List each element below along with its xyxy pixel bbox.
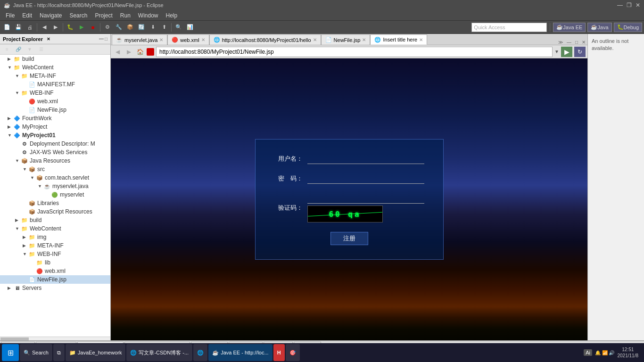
tool-7[interactable]: 🔍	[173, 22, 184, 33]
minimize-panel-button[interactable]: —	[99, 36, 104, 41]
tab-close-newfile[interactable]: ✕	[362, 37, 366, 42]
submit-button[interactable]: 注册	[330, 232, 368, 245]
csdn-button[interactable]: 🌐 写文章-CSDN博客 -...	[126, 344, 192, 361]
forward-nav-button[interactable]: ▶	[124, 47, 133, 57]
tree-item-deployment[interactable]: ⚙ Deployment Descriptor: M	[0, 140, 110, 148]
search-taskbar-button[interactable]: 🔍 Search	[20, 344, 52, 361]
tree-item-meta-inf2[interactable]: ▶ 📁 META-INF	[0, 241, 110, 250]
home-nav-button[interactable]: 🏠	[135, 47, 145, 57]
tree-item-web-inf1[interactable]: ▼ 📁 WEB-INF	[0, 89, 110, 97]
tree-item-newfile2[interactable]: 📄 NewFile.jsp	[0, 275, 110, 284]
back-button[interactable]: ◀	[39, 22, 50, 33]
collapse-all-button[interactable]: ≡	[2, 44, 12, 55]
go-button[interactable]: ▶	[561, 47, 572, 57]
tree-item-meta-inf[interactable]: ▼ 📁 META-INF	[0, 72, 110, 80]
print-button[interactable]: 🖨	[25, 22, 35, 33]
tool-3[interactable]: 📦	[125, 22, 135, 33]
tree-item-src[interactable]: ▼ 📦 src	[0, 165, 110, 173]
quick-access-box[interactable]: Quick Access	[471, 23, 547, 32]
tab-close-hello[interactable]: ✕	[313, 37, 317, 42]
tree-item-jax-ws[interactable]: ⚙ JAX-WS Web Services	[0, 148, 110, 156]
tool-2[interactable]: 🔧	[114, 22, 124, 33]
tree-item-com-teach[interactable]: ▼ 📦 com.teach.servlet	[0, 173, 110, 182]
forward-button[interactable]: ▶	[50, 22, 61, 33]
tool-8[interactable]: 📊	[185, 22, 195, 33]
tree-item-webxml2[interactable]: 🔴 web.xml	[0, 267, 110, 275]
stop-loading-button[interactable]	[147, 48, 154, 56]
app-extra-button[interactable]: 🎯	[286, 344, 300, 361]
tree-item-myproject01[interactable]: ▼ 🔷 MyProject01	[0, 131, 110, 140]
editor-panel-max[interactable]: □	[573, 40, 580, 45]
captcha-image[interactable]: 60 qa	[307, 206, 383, 222]
username-input[interactable]	[307, 154, 424, 164]
maximize-panel-button[interactable]: □	[105, 36, 107, 41]
tree-item-web-inf2[interactable]: ▼ 📁 WEB-INF	[0, 250, 110, 258]
tree-item-build2[interactable]: ▶ 📁 build	[0, 216, 110, 224]
run-button[interactable]: ▶	[76, 22, 87, 33]
menu-search[interactable]: Search	[66, 11, 91, 20]
menu-project[interactable]: Project	[91, 11, 116, 20]
tree-item-myproject[interactable]: ▶ 🔷 MyProject	[0, 123, 110, 131]
tool-5[interactable]: ⬇	[148, 22, 158, 33]
scrollbar-thumb[interactable]	[0, 337, 29, 340]
tree-item-img[interactable]: ▶ 📁 img	[0, 233, 110, 241]
tabs-overflow-button[interactable]: ≫	[556, 40, 565, 45]
tab-hello[interactable]: 🌐 http://localhost:8080/MyProject01/hell…	[209, 34, 321, 45]
tab-insert-title[interactable]: 🌐 Insert title here ✕	[370, 34, 427, 45]
editor-panel-min[interactable]: —	[565, 40, 573, 45]
password-input[interactable]	[307, 173, 424, 184]
minimize-button[interactable]: —	[617, 2, 623, 8]
captcha-input[interactable]	[307, 193, 424, 204]
tree-item-libraries[interactable]: 📦 Libraries	[0, 199, 110, 207]
tool-6[interactable]: ⬆	[159, 22, 169, 33]
url-dropdown-button[interactable]: ▼	[554, 49, 559, 54]
tree-item-myservlet[interactable]: 🟢 myservlet	[0, 190, 110, 199]
tree-item-lib[interactable]: 📁 lib	[0, 258, 110, 267]
menu-window[interactable]: Window	[134, 11, 162, 20]
menu-edit[interactable]: Edit	[18, 11, 36, 20]
menu-navigate[interactable]: Navigate	[36, 11, 66, 20]
java-ee-perspective[interactable]: ☕ Java EE	[553, 23, 586, 32]
new-button[interactable]: 📄	[2, 22, 12, 33]
tab-close-myservlet[interactable]: ✕	[159, 37, 163, 42]
tool-1[interactable]: ⚙	[102, 22, 113, 33]
tree-item-fourthwork[interactable]: ▶ 🔷 FourthWork	[0, 114, 110, 123]
url-input[interactable]	[156, 47, 553, 57]
debug-perspective[interactable]: 🐛 Debug	[614, 23, 642, 32]
debug-button[interactable]: 🐛	[65, 22, 75, 33]
tree-item-webcontent2[interactable]: ▼ 📁 WebContent	[0, 224, 110, 233]
java-perspective[interactable]: ☕ Java	[587, 23, 611, 32]
save-button[interactable]: 💾	[13, 22, 24, 33]
refresh-button[interactable]: ↻	[574, 47, 586, 57]
tab-web-xml[interactable]: 🔴 web.xml ✕	[167, 34, 209, 45]
maximize-button[interactable]: ❐	[627, 2, 632, 8]
task-view-button[interactable]: ⧉	[53, 344, 65, 361]
tool-4[interactable]: 🔄	[136, 22, 147, 33]
stop-button[interactable]: ■	[88, 22, 98, 33]
close-button[interactable]: ✕	[636, 2, 640, 8]
tree-item-manifest[interactable]: 📄 MANIFEST.MF	[0, 80, 110, 89]
javaee-homework-button[interactable]: 📁 JavaEe_homework	[66, 344, 126, 361]
menu-run[interactable]: Run	[116, 11, 134, 20]
tree-item-newfile1[interactable]: 📄 NewFile.jsp	[0, 106, 110, 114]
tab-myservlet-java[interactable]: ☕ myservlet.java ✕	[112, 34, 167, 45]
panel-settings-button[interactable]: ▼	[25, 44, 35, 55]
tab-close-webxml[interactable]: ✕	[201, 37, 205, 42]
title-bar-controls[interactable]: — ❐ ✕	[617, 2, 640, 8]
tree-container[interactable]: ▶ 📁 build ▼ 📁 WebContent ▼ 📁 META-INF 📄 …	[0, 55, 110, 337]
tab-close-insert-title[interactable]: ✕	[419, 37, 423, 42]
tree-item-javascript[interactable]: 📦 JavaScript Resources	[0, 207, 110, 216]
app-h-button[interactable]: H	[273, 344, 285, 361]
back-nav-button[interactable]: ◀	[113, 47, 122, 57]
panel-menu-button[interactable]: ☰	[36, 44, 46, 55]
tree-item-webxml1[interactable]: 🔴 web.xml	[0, 97, 110, 106]
link-editor-button[interactable]: 🔗	[13, 44, 24, 55]
editor-panel-close[interactable]: ✕	[580, 40, 587, 45]
tab-newfile-jsp[interactable]: 📄 NewFile.jsp ✕	[321, 34, 371, 45]
tree-item-java-resources[interactable]: ▼ 📦 Java Resources	[0, 156, 110, 165]
horizontal-scrollbar[interactable]	[0, 337, 110, 340]
tree-item-build1[interactable]: ▶ 📁 build	[0, 55, 110, 63]
windows-start-button[interactable]: ⊞	[2, 344, 19, 361]
tree-item-servers[interactable]: ▶ 🖥 Servers	[0, 284, 110, 292]
tree-item-myservlet-java[interactable]: ▼ ☕ myservlet.java	[0, 182, 110, 190]
